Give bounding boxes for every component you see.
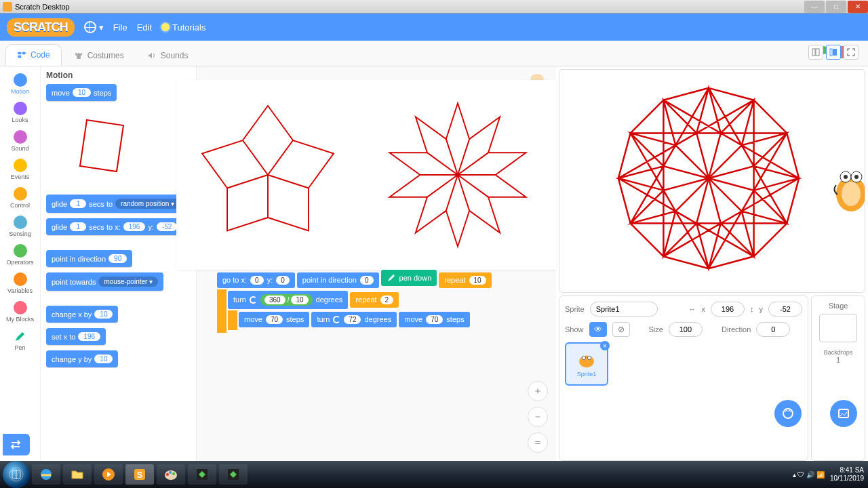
- repeat-block-outer[interactable]: repeat10: [439, 272, 491, 288]
- clock[interactable]: 8:41 SA 10/11/2019: [830, 466, 864, 483]
- category-looks[interactable]: Looks: [0, 99, 40, 126]
- events-dot-icon: [14, 159, 27, 172]
- category-label: Variables: [7, 287, 33, 294]
- ie-icon: [39, 467, 54, 482]
- change-y-block[interactable]: change y by10: [46, 350, 118, 367]
- category-sensing[interactable]: Sensing: [0, 213, 40, 240]
- backpack-toggle[interactable]: [3, 434, 30, 455]
- set-x-block[interactable]: set x to196: [46, 328, 106, 345]
- category-events[interactable]: Events: [0, 156, 40, 183]
- glide-random-block[interactable]: glide1secs torandom position ▾: [46, 195, 185, 213]
- move-block-1[interactable]: move70steps: [239, 312, 309, 327]
- add-sprite-button[interactable]: [774, 400, 802, 427]
- tab-sounds-label: Sounds: [161, 51, 189, 60]
- file-menu[interactable]: File: [113, 22, 127, 33]
- cat-plus-icon: [781, 407, 795, 420]
- zoom-in-button[interactable]: ＋: [528, 381, 548, 401]
- edit-menu[interactable]: Edit: [137, 22, 152, 33]
- close-button[interactable]: ✕: [848, 1, 868, 13]
- hide-button[interactable]: ⊘: [612, 322, 630, 337]
- svg-rect-6: [833, 49, 837, 56]
- point-towards-block[interactable]: point towardsmouse-pointer ▾: [46, 272, 163, 291]
- glide-xy-block[interactable]: glide1secs to x:196y:-52: [46, 218, 182, 235]
- taskbar-scratch[interactable]: S: [125, 464, 154, 485]
- taskbar-explorer[interactable]: [63, 464, 92, 485]
- category-label: Events: [11, 174, 30, 180]
- change-x-block[interactable]: change x by10: [46, 306, 118, 323]
- category-myblocks[interactable]: My Blocks: [0, 298, 40, 325]
- category-operators[interactable]: Operators: [0, 241, 40, 268]
- svg-point-10: [842, 182, 861, 206]
- clock-date: 10/11/2019: [830, 474, 864, 483]
- goto-block[interactable]: go to x:0y:0: [217, 272, 295, 288]
- taskbar-ie[interactable]: [32, 464, 60, 485]
- show-button[interactable]: 👁: [589, 322, 607, 337]
- backdrops-label: Backdrops: [824, 349, 853, 356]
- windows-titlebar: Scratch Desktop — □ ✕: [0, 0, 868, 14]
- sprite-size-input[interactable]: [669, 322, 703, 337]
- globe-icon: [84, 21, 96, 33]
- category-column: Motion Looks Sound Events Control Sensin…: [0, 66, 41, 461]
- zoom-reset-button[interactable]: ＝: [528, 432, 548, 453]
- stage-thumbnail[interactable]: [819, 314, 857, 342]
- sprite-direction-input[interactable]: [756, 322, 790, 337]
- tray-icons[interactable]: ▴ 🛡 🔊 📶: [793, 471, 825, 479]
- sprite-thumbnail[interactable]: Sprite1 ×: [565, 342, 608, 386]
- move-block[interactable]: move10steps: [46, 84, 117, 101]
- sprite-on-stage[interactable]: [831, 163, 865, 218]
- language-menu[interactable]: ▾: [84, 21, 104, 33]
- category-motion[interactable]: Motion: [0, 70, 40, 98]
- small-stage-button[interactable]: [808, 45, 823, 60]
- taskbar-app2[interactable]: [219, 464, 248, 485]
- maximize-button[interactable]: □: [826, 1, 846, 13]
- tutorials-button[interactable]: Tutorials: [161, 22, 205, 33]
- tab-costumes[interactable]: Costumes: [63, 45, 135, 66]
- tab-code[interactable]: Code: [5, 44, 62, 66]
- delete-sprite-button[interactable]: ×: [600, 341, 610, 350]
- diamond-icon: [226, 467, 241, 482]
- point-block[interactable]: point in direction0: [297, 272, 379, 288]
- minimize-button[interactable]: —: [804, 1, 825, 13]
- add-backdrop-button[interactable]: [830, 400, 857, 427]
- category-label: Sound: [11, 145, 28, 152]
- turn-block-2[interactable]: turn72degrees: [311, 312, 397, 327]
- sprite-name-input[interactable]: [590, 302, 658, 317]
- size-label: Size: [649, 325, 663, 333]
- palette-header: Motion: [46, 70, 191, 80]
- pendown-block[interactable]: pen down: [381, 270, 437, 286]
- system-tray[interactable]: ▴ 🛡 🔊 📶 8:41 SA 10/11/2019: [793, 466, 864, 483]
- large-stage-button[interactable]: [826, 45, 841, 60]
- repeat-block-inner[interactable]: repeat2: [350, 292, 399, 308]
- svg-rect-1: [22, 52, 26, 55]
- taskbar-paint[interactable]: [157, 464, 185, 485]
- folder-icon: [70, 467, 85, 482]
- turn-block-1[interactable]: turn360/10degrees: [228, 291, 348, 309]
- stage[interactable]: [559, 69, 865, 293]
- category-pen[interactable]: Pen: [0, 327, 40, 354]
- script-stack[interactable]: go to x:0y:0 point in direction0 pen dow…: [217, 270, 492, 334]
- scratch-icon: S: [132, 467, 147, 482]
- taskbar-app1[interactable]: [188, 464, 216, 485]
- svg-point-13: [844, 175, 848, 179]
- rhombus-preview: [73, 112, 134, 186]
- svg-point-27: [169, 471, 172, 474]
- play-icon: [101, 467, 116, 482]
- svg-point-18: [783, 409, 793, 418]
- sprite-y-input[interactable]: [768, 302, 802, 317]
- sprite-x-input[interactable]: [711, 302, 745, 317]
- workspace[interactable]: go to x:0y:0 point in direction0 pen dow…: [197, 66, 556, 461]
- category-control[interactable]: Control: [0, 184, 40, 211]
- start-button[interactable]: [3, 461, 30, 488]
- svg-marker-7: [80, 120, 123, 171]
- zoom-out-button[interactable]: －: [528, 407, 548, 427]
- windows-taskbar: S ▴ 🛡 🔊 📶 8:41 SA 10/11/2019: [0, 461, 868, 488]
- point-direction-block[interactable]: point in direction90: [46, 250, 132, 267]
- tab-code-label: Code: [31, 50, 50, 60]
- category-sound[interactable]: Sound: [0, 127, 40, 155]
- category-variables[interactable]: Variables: [0, 270, 40, 297]
- app-icon: [3, 2, 12, 12]
- taskbar-media[interactable]: [94, 464, 123, 485]
- move-block-2[interactable]: move70steps: [399, 312, 469, 327]
- tab-sounds[interactable]: Sounds: [136, 45, 199, 66]
- fullscreen-button[interactable]: [844, 45, 859, 60]
